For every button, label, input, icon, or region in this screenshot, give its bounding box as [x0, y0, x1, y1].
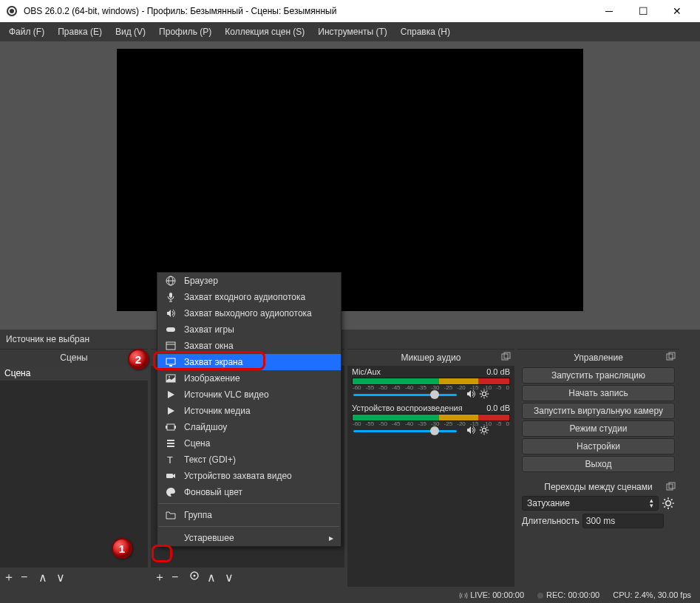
- ctx-item-устаревшее[interactable]: Устаревшее▸: [157, 530, 341, 546]
- no-source-label: Источник не выбран: [0, 330, 700, 349]
- transitions-header[interactable]: Переходы между сценами: [517, 480, 679, 494]
- obs-icon: [6, 5, 18, 17]
- ctx-item-слайдшоу[interactable]: Слайдшоу: [157, 419, 341, 435]
- slider-knob[interactable]: [430, 390, 439, 399]
- gamepad-icon: [165, 324, 177, 335]
- control-button-4[interactable]: Настройки: [522, 438, 675, 454]
- menu-edit[interactable]: Правка (E): [52, 24, 108, 39]
- slider-knob[interactable]: [430, 426, 439, 435]
- separator: [159, 503, 339, 504]
- remove-scene-button[interactable]: −: [21, 570, 31, 584]
- spinner-icon: ▴▾: [650, 498, 653, 508]
- control-button-5[interactable]: Выход: [522, 456, 675, 472]
- add-scene-button[interactable]: ＋: [3, 570, 13, 585]
- ctx-item-источник-vlc-видео[interactable]: Источник VLC видео: [157, 386, 341, 403]
- duration-input[interactable]: [582, 514, 664, 528]
- submenu-arrow-icon: ▸: [329, 533, 333, 543]
- statusbar: LIVE: 00:00:00 REC: 00:00:00 CPU: 2.4%, …: [0, 587, 700, 603]
- status-live: LIVE: 00:00:00: [459, 590, 524, 599]
- gear-icon[interactable]: [479, 425, 489, 437]
- ctx-item-текст-gdi-[interactable]: TТекст (GDI+): [157, 452, 341, 468]
- duration-label: Длительность: [522, 516, 580, 526]
- undock-icon[interactable]: [501, 352, 512, 362]
- ctx-item-label: Устройство захвата видео: [184, 471, 292, 481]
- control-button-1[interactable]: Начать запись: [522, 385, 675, 401]
- ctx-item-изображение[interactable]: Изображение: [157, 370, 341, 386]
- svg-rect-15: [667, 484, 673, 490]
- window-title: OBS 26.0.2 (64-bit, windows) - Профиль: …: [24, 6, 336, 16]
- mixer-channel: Устройство воспроизведения0.0 dB -60-55-…: [347, 402, 514, 438]
- remove-source-button[interactable]: −: [171, 570, 182, 584]
- ctx-item-label: Захват окна: [184, 341, 234, 351]
- gear-icon[interactable]: [479, 389, 489, 401]
- ctx-item-браузер[interactable]: Браузер: [157, 273, 341, 289]
- window-icon: [165, 340, 177, 352]
- menu-scenes[interactable]: Коллекция сцен (S): [219, 24, 310, 39]
- menu-file[interactable]: Файл (F): [3, 24, 50, 39]
- svg-rect-13: [667, 354, 673, 360]
- controls-header[interactable]: Управление: [517, 350, 679, 366]
- mixer-header[interactable]: Микшер аудио: [347, 350, 514, 366]
- control-button-0[interactable]: Запустить трансляцию: [522, 367, 675, 384]
- rec-dot-icon: [537, 593, 543, 599]
- transition-select[interactable]: Затухание ▴▾: [522, 496, 659, 511]
- source-props-button[interactable]: [189, 570, 200, 584]
- scenes-list[interactable]: Сцена: [0, 366, 148, 568]
- speaker-icon[interactable]: [466, 425, 476, 437]
- maximize-button[interactable]: ☐: [626, 0, 660, 22]
- controls-panel: Управление Запустить трансляциюНачать за…: [517, 349, 679, 587]
- control-button-2[interactable]: Запустить виртуальную камеру: [522, 403, 675, 419]
- ctx-item-label: Захват входного аудиопотока: [184, 292, 305, 302]
- svg-point-12: [482, 428, 486, 432]
- ctx-item-источник-медиа[interactable]: Источник медиа: [157, 403, 341, 419]
- folder-icon: [165, 509, 177, 521]
- scenes-toolbar: ＋ − ∧ ∨: [0, 568, 148, 587]
- menu-tools[interactable]: Инструменты (T): [312, 24, 393, 39]
- undock-icon[interactable]: [666, 482, 676, 492]
- ctx-item-фоновый-цвет[interactable]: Фоновый цвет: [157, 484, 341, 500]
- menu-help[interactable]: Справка (H): [395, 24, 456, 39]
- scene-down-button[interactable]: ∨: [56, 570, 67, 585]
- annotation-box-1: [152, 545, 172, 562]
- add-source-button[interactable]: ＋: [154, 570, 164, 585]
- ctx-item-label: Захват выходного аудиопотока: [184, 308, 312, 318]
- add-source-context-menu: БраузерЗахват входного аудиопотокаЗахват…: [157, 272, 341, 547]
- annotation-box-2: [153, 351, 265, 370]
- scene-item[interactable]: Сцена: [0, 366, 148, 381]
- ctx-item-label: Изображение: [184, 373, 240, 384]
- scene-up-button[interactable]: ∧: [38, 570, 49, 585]
- mixer-body: Mic/Aux0.0 dB -60-55-50-45-40-35-30-25-2…: [347, 366, 514, 587]
- ctx-item-устройство-захвата-видео[interactable]: Устройство захвата видео: [157, 468, 341, 484]
- preview-area[interactable]: [0, 41, 700, 330]
- svg-rect-30: [166, 426, 167, 429]
- ctx-item-захват-выходного-аудиопотока[interactable]: Захват выходного аудиопотока: [157, 305, 341, 321]
- ctx-item-захват-входного-аудиопотока[interactable]: Захват входного аудиопотока: [157, 289, 341, 305]
- ctx-item-label: Фоновый цвет: [184, 487, 242, 497]
- volume-slider[interactable]: [353, 394, 457, 396]
- close-button[interactable]: ✕: [660, 0, 694, 22]
- ctx-item-захват-игры[interactable]: Захват игры: [157, 321, 341, 338]
- ctx-item-группа[interactable]: Группа: [157, 507, 341, 523]
- svg-rect-29: [167, 424, 174, 430]
- volume-meter: -60-55-50-45-40-35-30-25-20-15-10-50: [352, 378, 510, 385]
- camera-icon: [165, 470, 177, 482]
- titlebar: OBS 26.0.2 (64-bit, windows) - Профиль: …: [0, 0, 700, 22]
- ctx-item-label: Источник медиа: [184, 406, 251, 416]
- volume-slider[interactable]: [353, 430, 457, 432]
- control-button-3[interactable]: Режим студии: [522, 420, 675, 437]
- speaker-icon[interactable]: [466, 389, 476, 401]
- source-down-button[interactable]: ∨: [225, 570, 235, 585]
- play-icon: [165, 389, 177, 401]
- menu-profile[interactable]: Профиль (P): [153, 24, 217, 39]
- channel-db: 0.0 dB: [486, 403, 510, 412]
- svg-rect-21: [169, 293, 172, 298]
- scenes-header[interactable]: Сцены: [0, 350, 148, 366]
- minimize-button[interactable]: ─: [592, 0, 626, 22]
- gear-icon[interactable]: [662, 497, 675, 510]
- undock-icon[interactable]: [666, 352, 676, 362]
- source-up-button[interactable]: ∧: [207, 570, 217, 585]
- text-icon: T: [165, 454, 177, 466]
- menu-view[interactable]: Вид (V): [109, 24, 152, 39]
- ctx-item-сцена[interactable]: Сцена: [157, 435, 341, 452]
- ctx-item-label: Сцена: [184, 438, 210, 449]
